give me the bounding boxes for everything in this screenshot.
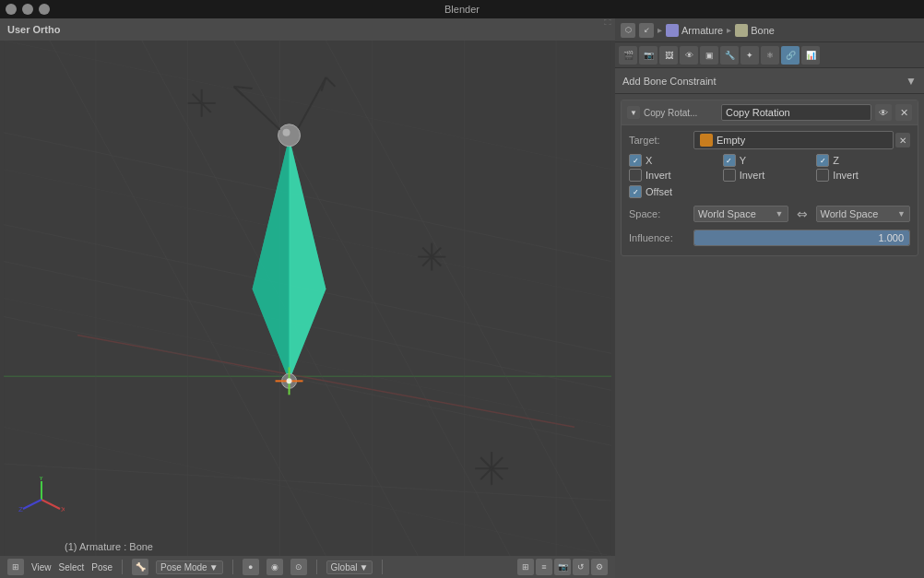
invert-z-checkbox-item: Invert [816,169,910,182]
constraint-body: Target: Empty ✕ [622,125,918,255]
target-clear-button[interactable]: ✕ [895,133,910,147]
corner-drag-icon[interactable]: ⛶ [604,18,615,29]
separator-4 [382,560,383,574]
constraint-header: ▼ Copy Rotat... 👁 ✕ [622,100,918,125]
offset-row: ✓ Offset [629,185,910,198]
offset-label: Offset [646,186,672,197]
svg-text:Z: Z [18,505,23,513]
x-axis-group: ✓ X Invert [629,154,723,182]
target-space-arrow-icon: ▼ [897,209,906,218]
grid-icon[interactable]: ⊞ [517,559,534,575]
target-label: Target: [629,135,693,146]
viewport-header: User Ortho ⛶ [0,18,615,41]
toolbar-output-icon[interactable]: 🖼 [659,46,678,65]
separator [122,560,123,574]
panel-breadcrumb: ⬡ ↙ ▸ Armature ▸ Bone [615,18,924,42]
toolbar-constraints-icon[interactable]: 🔗 [781,46,800,65]
toolbar-modifier-icon[interactable]: 🔧 [720,46,739,65]
breadcrumb-armature[interactable]: Armature [666,24,723,37]
constraint-close-button[interactable]: ✕ [895,104,912,121]
pose-menu[interactable]: Pose [91,562,113,572]
z-axis-group: ✓ Z Invert [816,154,910,182]
settings-icon[interactable]: ⚙ [591,559,608,575]
bone-icon [735,24,748,37]
z-checkbox[interactable]: ✓ [816,154,829,167]
invert-x-checkbox-item: Invert [629,169,723,182]
axes-indicator: X Y Z [18,477,65,523]
space-row: Space: World Space ▼ ⇔ World Space ▼ [629,204,910,224]
axes-row: ✓ X Invert ✓ Y [629,154,910,182]
influence-label: Influence: [629,232,693,243]
target-row: Target: Empty ✕ [629,131,910,149]
toolbar-object-icon[interactable]: ▣ [700,46,718,65]
x-checkbox-item: ✓ X [629,154,723,167]
mode-dropdown[interactable]: Pose Mode ▼ [156,560,223,574]
panel-toolbar: 🎬 📷 🖼 👁 ▣ 🔧 ✦ ⚛ 🔗 📊 [615,42,924,68]
invert-y-checkbox[interactable] [723,169,736,182]
offset-checkbox[interactable]: ✓ [629,185,642,198]
y-axis-group: ✓ Y Invert [723,154,817,182]
add-constraint-title: Add Bone Constraint [622,76,906,87]
constraint-expand-toggle[interactable]: ▼ [627,106,640,119]
constraint-visibility-icon[interactable]: 👁 [875,104,892,121]
toolbar-data-icon[interactable]: 📊 [801,46,820,65]
target-space-dropdown[interactable]: World Space ▼ [816,206,911,222]
main-layout: User Ortho ⛶ [0,18,924,578]
viewport-canvas[interactable]: X Y Z [0,41,615,556]
breadcrumb-nav-icon[interactable]: ↙ [639,23,654,38]
toolbar-scene-icon[interactable]: 🎬 [619,46,637,65]
viewport-menu-icon[interactable]: ⊞ [7,559,24,575]
constraint-panel: ▼ Copy Rotat... 👁 ✕ Target: Empty [615,94,924,578]
viewport-shading-icon[interactable]: ● [243,559,259,575]
owner-space-dropdown[interactable]: World Space ▼ [693,206,788,222]
viewport-svg [0,41,615,556]
global-dropdown[interactable]: Global ▼ [326,560,373,574]
close-button[interactable] [6,4,17,15]
breadcrumb-home-icon[interactable]: ⬡ [621,23,635,38]
toolbar-view-icon[interactable]: 👁 [680,46,698,65]
invert-y-checkbox-item: Invert [723,169,817,182]
toolbar-render-icon[interactable]: 📷 [639,46,657,65]
svg-point-26 [278,124,301,147]
render-icon[interactable]: ◉ [267,559,283,575]
select-menu[interactable]: Select [59,562,85,572]
target-object-icon [700,134,713,147]
constraint-name-input[interactable] [721,104,871,121]
maximize-button[interactable] [39,4,50,15]
overlay-icon[interactable]: ⊙ [290,559,307,575]
influence-slider[interactable]: 1.000 [693,230,910,246]
invert-z-label: Invert [833,170,859,181]
copy-rotation-constraint: ▼ Copy Rotat... 👁 ✕ Target: Empty [621,100,918,256]
invert-z-checkbox[interactable] [816,169,829,182]
influence-fill [694,230,909,245]
svg-point-27 [283,129,290,136]
toolbar-physics-icon[interactable]: ⚛ [761,46,779,65]
title-bar: Blender [0,0,924,18]
y-checkbox[interactable]: ✓ [723,154,736,167]
separator-3 [316,560,317,574]
list-icon[interactable]: ≡ [536,559,552,575]
target-field[interactable]: Empty [693,131,894,149]
y-checkbox-item: ✓ Y [723,154,817,167]
camera-icon[interactable]: 📷 [554,559,571,575]
window-title: Blender [444,4,480,15]
invert-x-label: Invert [646,170,671,181]
right-panel: ⬡ ↙ ▸ Armature ▸ Bone 🎬 📷 🖼 👁 ▣ 🔧 ✦ ⚛ 🔗 [615,18,924,578]
influence-value: 1.000 [878,232,904,243]
toolbar-particles-icon[interactable]: ✦ [740,46,759,65]
svg-line-53 [23,500,41,509]
space-swap-button[interactable]: ⇔ [792,204,812,224]
viewport-label: User Ortho [7,24,60,35]
target-value: Empty ✕ [693,131,910,149]
add-constraint-header[interactable]: Add Bone Constraint ▼ [615,68,924,94]
view-menu[interactable]: View [31,562,52,572]
minimize-button[interactable] [22,4,33,15]
x-checkbox[interactable]: ✓ [629,154,642,167]
z-checkbox-item: ✓ Z [816,154,910,167]
pose-mode-icon: 🦴 [132,559,148,575]
invert-x-checkbox[interactable] [629,169,642,182]
sync-icon[interactable]: ↺ [573,559,589,575]
add-constraint-arrow-icon: ▼ [906,75,917,88]
breadcrumb-bone[interactable]: Bone [735,24,775,37]
viewport[interactable]: User Ortho ⛶ [0,18,615,578]
